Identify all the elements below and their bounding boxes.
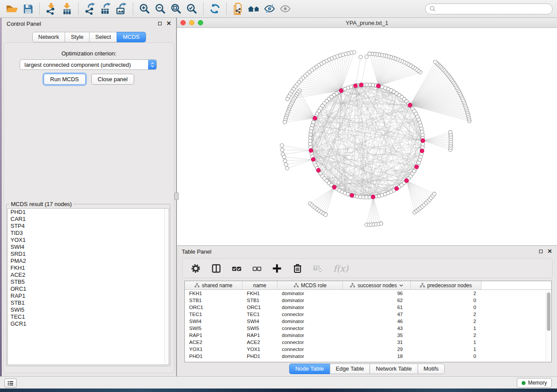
cell-successor-nodes: 47 [343,312,411,317]
delete-table-button[interactable] [313,264,323,273]
select-all-button[interactable] [232,263,242,274]
table-settings-button[interactable] [190,263,201,274]
memory-button[interactable]: Memory [517,378,552,388]
table-row[interactable]: SWI5SWI5connector431 [185,325,551,332]
mcds-result-item[interactable]: GCR1 [8,320,169,327]
column-header-shared-name[interactable]: shared name [185,281,242,290]
mcds-result-item[interactable]: CAR1 [8,216,169,223]
table-row[interactable]: FKH1FKH1dominator962 [185,290,551,297]
panel-splitter-handle[interactable] [174,193,179,200]
function-builder-icon[interactable]: f(x) [333,263,348,274]
control-panel: Control Panel ✕ Network Style Select MCD… [2,18,176,376]
column-header-predecessor-nodes[interactable]: predecessor nodes [411,281,481,290]
network-graph[interactable] [177,28,557,245]
export-image-icon [115,3,128,15]
table-row[interactable]: PHD1PHD1dominator180 [185,353,551,360]
zoom-fit-button[interactable] [168,1,184,16]
header-filler [481,281,551,290]
mcds-result-item[interactable]: PMA2 [8,258,169,265]
window-zoom-traffic-light[interactable] [198,20,203,25]
window-minimize-traffic-light[interactable] [189,20,194,25]
save-session-button[interactable] [20,1,36,16]
mcds-result-item[interactable]: YOX1 [8,237,169,244]
search-input[interactable] [438,5,548,13]
close-panel-icon[interactable]: ✕ [547,249,552,254]
network-from-selection-button[interactable] [230,1,246,16]
open-folder-icon [6,3,18,14]
open-session-button[interactable] [4,1,20,16]
export-network-button[interactable] [82,1,98,16]
home-networks-button[interactable] [246,1,262,16]
table-scrollbar-thumb[interactable] [547,292,550,331]
show-all-button[interactable] [277,1,293,16]
close-panel-icon[interactable]: ✕ [166,21,171,26]
mcds-result-item[interactable]: ACE2 [8,272,169,279]
import-table-button[interactable] [59,1,75,16]
apply-layout-button[interactable] [207,1,223,16]
table-toolbar: f(x) [182,258,553,278]
mcds-result-item[interactable]: SRD1 [8,251,169,258]
column-type-icon [194,283,200,288]
import-network-button[interactable] [43,1,59,16]
node-table: shared name name MCDS role [184,281,552,362]
sort-descending-icon [399,284,403,287]
table-scrollbar[interactable] [546,290,551,361]
tab-style[interactable]: Style [65,32,90,42]
cell-shared-name: PHD1 [185,354,242,359]
table-row[interactable]: STB1STB1dominator620 [185,297,551,304]
cell-predecessor-nodes: 2 [411,312,481,317]
tab-select[interactable]: Select [89,32,117,42]
table-row[interactable]: RAP1RAP1dominator352 [185,332,551,339]
deselect-all-button[interactable] [252,264,262,273]
column-header-successor-nodes[interactable]: successor nodes [343,281,411,290]
window-close-traffic-light[interactable] [180,20,186,25]
mcds-result-item[interactable]: ORC1 [8,285,169,292]
table-row[interactable]: SWI4SWI4dominator462 [185,318,551,325]
tab-network-table[interactable]: Network Table [370,364,418,374]
table-row[interactable]: YOX1YOX1connector291 [185,346,551,353]
mcds-result-item[interactable]: RAP1 [8,292,169,299]
table-row[interactable]: ORC1ORC1dominator610 [185,304,551,311]
task-history-button[interactable] [4,378,17,388]
search-field[interactable] [425,3,553,14]
zoom-in-button[interactable] [137,1,152,16]
add-column-button[interactable] [272,263,282,274]
table-row[interactable]: ACE2ACE2connector311 [185,339,551,346]
mcds-result-item[interactable]: TEC1 [8,313,169,320]
export-image-button[interactable] [114,1,129,16]
mcds-result-item[interactable]: TID3 [8,230,169,237]
float-panel-icon[interactable] [539,250,543,253]
cell-mcds-role: dominator [277,354,343,359]
tab-node-table[interactable]: Node Table [289,364,330,374]
table-row[interactable]: TEC1TEC1connector472 [185,311,551,318]
mcds-result-item[interactable]: STB5 [8,279,169,285]
delete-column-button[interactable] [292,263,303,274]
tab-network[interactable]: Network [32,32,65,42]
float-panel-icon[interactable] [158,22,162,25]
close-panel-button[interactable]: Close panel [91,74,135,85]
mcds-result-item[interactable]: FKH1 [8,265,169,272]
mcds-list-scrollbar[interactable] [164,209,169,364]
mcds-result-item[interactable]: SWI5 [8,306,169,313]
tab-edge-table[interactable]: Edge Table [329,364,370,374]
mcds-result-item[interactable]: STB1 [8,299,169,306]
zoom-out-button[interactable] [152,1,168,16]
mcds-result-list[interactable]: PHD1CAR1STP4TID3YOX1SWI4SRD1PMA2FKH1ACE2… [7,208,169,365]
toolbar-separator [133,3,133,15]
mcds-result-item[interactable]: PHD1 [8,209,169,216]
column-header-mcds-role[interactable]: MCDS role [277,281,343,290]
criterion-dropdown[interactable]: largest connected component (undirected) [20,59,157,70]
hide-selected-button[interactable] [262,1,277,16]
mcds-result-item[interactable]: STP4 [8,223,169,230]
memory-label: Memory [528,380,547,386]
tab-mcds[interactable]: MCDS [117,32,145,42]
run-mcds-button[interactable]: Run MCDS [44,74,86,85]
mcds-result-title: MCDS result (17 nodes) [10,201,73,207]
mcds-result-item[interactable]: SWI4 [8,244,169,251]
tab-motifs[interactable]: Motifs [417,364,445,374]
zoom-selected-button[interactable] [184,1,200,16]
column-selector-button[interactable] [211,263,221,274]
column-header-name[interactable]: name [242,281,277,290]
cell-mcds-role: connector [277,340,343,345]
export-table-button[interactable] [98,1,114,16]
